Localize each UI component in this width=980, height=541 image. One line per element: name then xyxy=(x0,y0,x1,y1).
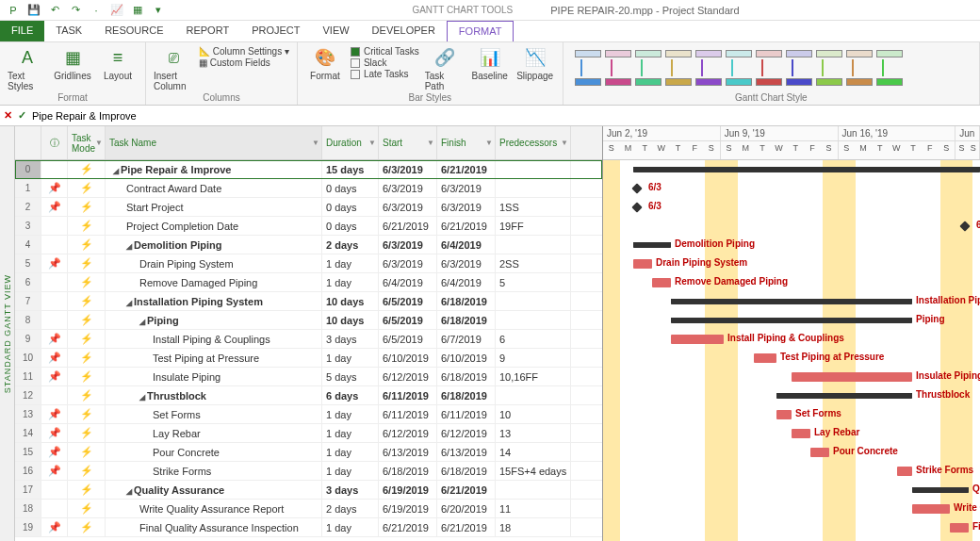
finish-cell[interactable]: 6/21/2019 xyxy=(437,481,496,499)
duration-cell[interactable]: 10 days xyxy=(322,311,379,329)
mode-cell[interactable]: ⚡ xyxy=(68,273,106,291)
row-number[interactable]: 4 xyxy=(15,236,41,254)
start-cell[interactable]: 6/3/2019 xyxy=(379,198,437,216)
format-bar-button[interactable]: 🎨Format xyxy=(305,44,345,81)
start-cell[interactable]: 6/21/2019 xyxy=(379,217,437,235)
row-number[interactable]: 18 xyxy=(15,500,41,517)
collapse-icon[interactable]: ◢ xyxy=(113,167,119,175)
gantt-row[interactable]: Strike Forms xyxy=(603,462,980,481)
chevron-down-icon[interactable]: ▼ xyxy=(368,139,376,147)
gantt-style-swatch[interactable] xyxy=(665,50,692,86)
start-cell[interactable]: 6/18/2019 xyxy=(379,462,437,480)
name-cell[interactable]: Final Quality Assurance Inspection xyxy=(106,518,322,536)
mode-cell[interactable]: ⚡ xyxy=(68,292,106,310)
row-number[interactable]: 15 xyxy=(15,443,41,461)
table-row[interactable]: 12⚡◢Thrustblock6 days6/11/20196/18/2019 xyxy=(15,386,602,405)
row-number[interactable]: 8 xyxy=(15,311,41,329)
tab-developer[interactable]: DEVELOPER xyxy=(361,21,447,41)
name-cell[interactable]: Drain Piping System xyxy=(106,254,322,272)
mode-cell[interactable]: ⚡ xyxy=(68,368,106,385)
save-icon[interactable]: 💾 xyxy=(26,3,41,18)
pred-cell[interactable]: 15FS+4 edays xyxy=(496,462,571,480)
start-cell[interactable]: 6/3/2019 xyxy=(379,179,437,197)
gantt-bar[interactable] xyxy=(671,335,724,344)
start-cell[interactable]: 6/5/2019 xyxy=(379,311,437,329)
table-row[interactable]: 11📌⚡Insulate Piping5 days6/12/20196/18/2… xyxy=(15,368,602,386)
cell-entry-input[interactable] xyxy=(32,110,976,122)
row-number[interactable]: 17 xyxy=(15,481,41,499)
baseline-button[interactable]: 📊Baseline xyxy=(470,44,510,81)
pred-cell[interactable] xyxy=(496,311,571,329)
undo-icon[interactable]: ↶ xyxy=(47,3,62,18)
start-cell[interactable]: 6/3/2019 xyxy=(379,160,437,178)
gantt-row[interactable]: Piping xyxy=(603,311,980,330)
gantt-bar[interactable] xyxy=(810,448,829,457)
gantt-bar[interactable] xyxy=(776,410,792,419)
chevron-down-icon[interactable]: ▼ xyxy=(312,139,319,147)
row-number[interactable]: 1 xyxy=(15,179,41,197)
gantt-style-swatch[interactable] xyxy=(695,50,722,86)
pred-cell[interactable] xyxy=(496,386,571,404)
pred-cell[interactable]: 10,16FF xyxy=(496,368,571,385)
start-cell[interactable]: 6/13/2019 xyxy=(379,443,437,461)
table-row[interactable]: 13📌⚡Set Forms1 day6/11/20196/11/201910 xyxy=(15,405,602,424)
finish-cell[interactable]: 6/3/2019 xyxy=(437,179,496,197)
gantt-row[interactable]: 6/3 xyxy=(603,198,980,217)
gantt-bar[interactable] xyxy=(633,167,980,172)
cancel-edit-icon[interactable]: ✕ xyxy=(4,109,12,122)
duration-cell[interactable]: 6 days xyxy=(322,386,379,404)
finish-cell[interactable]: 6/11/2019 xyxy=(437,405,496,423)
gantt-bar[interactable] xyxy=(897,467,912,476)
row-number[interactable]: 13 xyxy=(15,405,41,423)
pred-cell[interactable] xyxy=(496,236,571,254)
text-styles-button[interactable]: AText Styles xyxy=(8,44,47,91)
duration-cell[interactable]: 10 days xyxy=(322,292,379,310)
gantt-style-swatch[interactable] xyxy=(635,50,662,86)
gantt-style-swatch[interactable] xyxy=(846,50,873,86)
duration-cell[interactable]: 0 days xyxy=(322,179,379,197)
table-row[interactable]: 16📌⚡Strike Forms1 day6/18/20196/18/20191… xyxy=(15,462,602,481)
critical-tasks-check[interactable]: Critical Tasks xyxy=(351,46,419,57)
gantt-row[interactable]: Pour Concrete xyxy=(603,443,980,462)
start-cell[interactable]: 6/11/2019 xyxy=(379,405,437,423)
finish-cell[interactable]: 6/21/2019 xyxy=(437,160,496,178)
finish-cell[interactable]: 6/18/2019 xyxy=(437,368,496,385)
tab-file[interactable]: FILE xyxy=(0,21,44,41)
gantt-style-swatch[interactable] xyxy=(816,50,842,86)
finish-cell[interactable]: 6/13/2019 xyxy=(437,443,496,461)
table-row[interactable]: 15📌⚡Pour Concrete1 day6/13/20196/13/2019… xyxy=(15,443,602,462)
gantt-bar[interactable] xyxy=(633,242,671,248)
gantt-style-swatch[interactable] xyxy=(575,50,601,86)
gantt-bar[interactable] xyxy=(652,278,671,287)
gantt-row[interactable]: Insulate Piping xyxy=(603,368,980,386)
gantt-bar[interactable] xyxy=(633,259,652,269)
col-finish[interactable]: Finish▼ xyxy=(437,126,496,159)
col-start[interactable]: Start▼ xyxy=(379,126,437,159)
name-cell[interactable]: Install Piping & Couplings xyxy=(106,330,322,348)
mode-cell[interactable]: ⚡ xyxy=(68,349,106,367)
start-cell[interactable]: 6/5/2019 xyxy=(379,292,437,310)
duration-cell[interactable]: 1 day xyxy=(322,462,379,480)
name-cell[interactable]: Test Piping at Pressure xyxy=(106,349,322,367)
insert-column-button[interactable]: ⎚Insert Column xyxy=(154,44,193,91)
pred-cell[interactable]: 11 xyxy=(496,500,571,517)
name-cell[interactable]: Contract Award Date xyxy=(106,179,322,197)
mode-cell[interactable]: ⚡ xyxy=(68,481,106,499)
gantt-row[interactable]: Set Forms xyxy=(603,405,980,424)
name-cell[interactable]: Strike Forms xyxy=(106,462,322,480)
chevron-down-icon[interactable]: ▼ xyxy=(427,139,434,147)
mode-cell[interactable]: ⚡ xyxy=(68,518,106,536)
gantt-style-swatch[interactable] xyxy=(786,50,812,86)
duration-cell[interactable]: 3 days xyxy=(322,481,379,499)
table-row[interactable]: 3⚡Project Completion Date0 days6/21/2019… xyxy=(15,217,602,236)
chart-icon[interactable]: 📈 xyxy=(109,3,124,18)
pred-cell[interactable]: 6 xyxy=(496,330,571,348)
gantt-bar[interactable] xyxy=(671,299,912,304)
row-number[interactable]: 10 xyxy=(15,349,41,367)
duration-cell[interactable]: 1 day xyxy=(322,518,379,536)
table-row[interactable]: 10📌⚡Test Piping at Pressure1 day6/10/201… xyxy=(15,349,602,368)
pred-cell[interactable]: 5 xyxy=(496,273,571,291)
tab-format[interactable]: FORMAT xyxy=(447,21,514,41)
row-number[interactable]: 5 xyxy=(15,254,41,272)
start-cell[interactable]: 6/11/2019 xyxy=(379,386,437,404)
